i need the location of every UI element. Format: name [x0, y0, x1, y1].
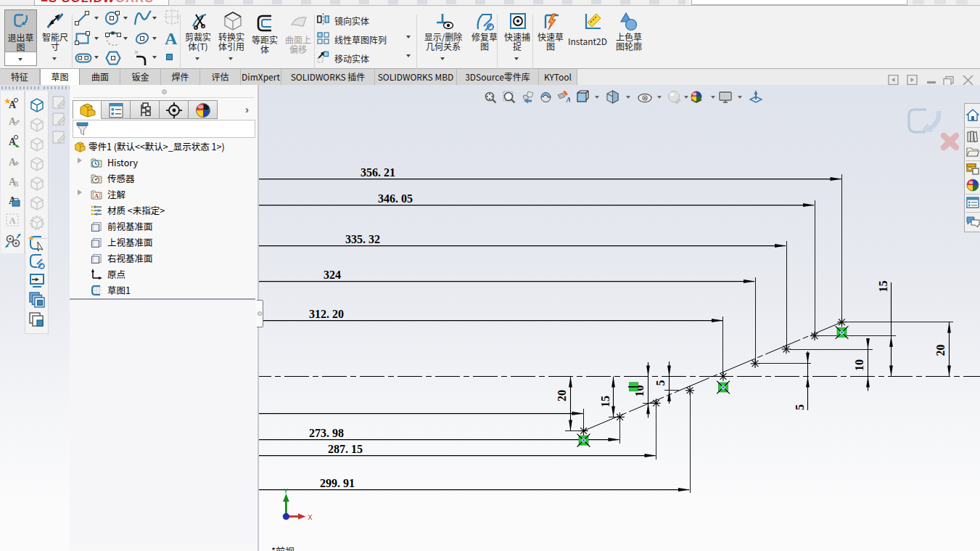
svg-text:20: 20	[556, 390, 568, 401]
svg-text:324: 324	[324, 269, 341, 281]
svg-text:335. 32: 335. 32	[345, 233, 380, 245]
svg-text:356. 21: 356. 21	[361, 166, 395, 179]
svg-text:273. 98: 273. 98	[309, 427, 344, 439]
svg-text:287. 15: 287. 15	[328, 443, 363, 455]
svg-text:312. 20: 312. 20	[309, 308, 344, 320]
svg-text:A: A	[9, 99, 17, 110]
svg-text:10: 10	[853, 359, 865, 371]
svg-text:20: 20	[934, 345, 947, 356]
svg-text:15: 15	[877, 281, 889, 293]
svg-text:B: B	[14, 180, 19, 188]
svg-text:A: A	[9, 157, 17, 168]
svg-text:*前视: *前视	[271, 544, 295, 551]
svg-text:Y: Y	[284, 488, 288, 496]
svg-text:299. 91: 299. 91	[320, 477, 355, 489]
svg-text:A: A	[94, 192, 99, 200]
svg-text:346. 05: 346. 05	[378, 192, 413, 205]
svg-text:5: 5	[794, 404, 806, 410]
svg-text:A: A	[9, 216, 16, 226]
svg-text:15: 15	[599, 396, 612, 407]
svg-text:X: X	[308, 514, 312, 522]
svg-text:5: 5	[654, 380, 667, 386]
svg-text:A: A	[566, 95, 570, 104]
